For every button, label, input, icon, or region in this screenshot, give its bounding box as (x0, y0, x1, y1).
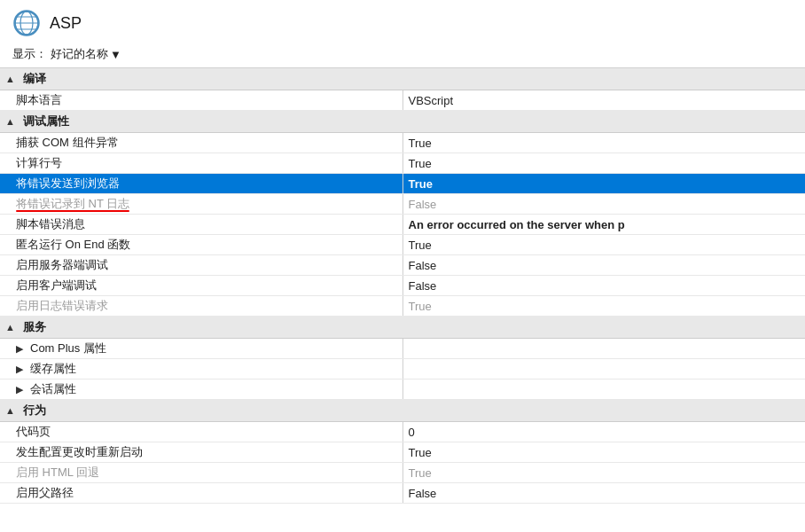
table-row[interactable]: 计算行号True (0, 153, 805, 174)
section-label-compile: 编译 (23, 72, 46, 85)
expand-icon[interactable]: ▶ (16, 364, 28, 375)
table-row[interactable]: ▶会话属性 (0, 379, 805, 400)
table-row[interactable]: 匿名运行 On End 函数True (0, 235, 805, 255)
section-toggle-debug[interactable]: ▲ (5, 116, 18, 127)
prop-value (402, 379, 805, 400)
table-row[interactable]: ▶Com Plus 属性 (0, 339, 805, 359)
section-header-behavior[interactable]: ▲ 行为 (0, 400, 805, 422)
prop-name: 启用父路径 (0, 483, 402, 504)
table-row[interactable]: 捕获 COM 组件异常True (0, 133, 805, 153)
redline-label: 将错误记录到 NT 日志 (16, 196, 129, 212)
table-row[interactable]: 启用父路径False (0, 483, 805, 504)
section-header-debug[interactable]: ▲ 调试属性 (0, 111, 805, 133)
section-label-service: 服务 (23, 320, 46, 333)
display-label: 显示： (12, 46, 47, 62)
display-dropdown-icon[interactable]: ▼ (110, 48, 121, 61)
table-row[interactable]: 启用客户端调试False (0, 276, 805, 296)
prop-value: True (402, 442, 805, 463)
section-label-debug: 调试属性 (23, 114, 69, 128)
prop-name-expandable[interactable]: ▶Com Plus 属性 (0, 339, 402, 359)
prop-name: 计算行号 (0, 153, 402, 174)
globe-icon (12, 9, 41, 37)
prop-value: False (402, 194, 805, 215)
prop-value (402, 359, 805, 379)
prop-value: 0 (402, 422, 805, 442)
prop-name: 捕获 COM 组件异常 (0, 133, 402, 153)
prop-name-expandable[interactable]: ▶缓存属性 (0, 359, 402, 379)
table-row[interactable]: 脚本错误消息An error occurred on the server wh… (0, 215, 805, 235)
table-row[interactable]: 启用 HTML 回退True (0, 463, 805, 483)
section-toggle-compile[interactable]: ▲ (5, 74, 18, 84)
table-row[interactable]: 将错误发送到浏览器True (0, 174, 805, 194)
prop-name: 启用日志错误请求 (0, 296, 402, 317)
prop-value: False (402, 483, 805, 504)
table-row[interactable]: 发生配置更改时重新启动True (0, 442, 805, 463)
prop-value: True (402, 153, 805, 174)
table-row[interactable]: 启用服务器端调试False (0, 255, 805, 276)
prop-value: True (402, 133, 805, 153)
properties-table: ▲ 编译 脚本语言VBScript ▲ 调试属性 捕获 COM 组件异常True… (0, 67, 805, 504)
section-toggle-behavior[interactable]: ▲ (5, 405, 18, 416)
prop-value: False (402, 255, 805, 276)
page-header: ASP (0, 0, 805, 43)
section-header-service[interactable]: ▲ 服务 (0, 317, 805, 339)
prop-name: 匿名运行 On End 函数 (0, 235, 402, 255)
prop-value: True (402, 174, 805, 194)
expand-icon[interactable]: ▶ (16, 343, 28, 355)
section-toggle-service[interactable]: ▲ (5, 322, 18, 332)
table-row[interactable]: 脚本语言VBScript (0, 90, 805, 111)
prop-value: True (402, 296, 805, 317)
prop-value: VBScript (402, 90, 805, 111)
prop-value: False (402, 276, 805, 296)
prop-value: True (402, 235, 805, 255)
prop-value: True (402, 463, 805, 483)
prop-name: 发生配置更改时重新启动 (0, 442, 402, 463)
table-row[interactable]: ▶缓存属性 (0, 359, 805, 379)
table-row[interactable]: 代码页0 (0, 422, 805, 442)
prop-name: 将错误记录到 NT 日志 (0, 194, 402, 215)
prop-name: 脚本语言 (0, 90, 402, 111)
prop-name: 启用 HTML 回退 (0, 463, 402, 483)
page-title: ASP (50, 14, 82, 33)
section-header-compile[interactable]: ▲ 编译 (0, 68, 805, 90)
table-row[interactable]: 将错误记录到 NT 日志False (0, 194, 805, 215)
display-value: 好记的名称 (51, 46, 108, 62)
prop-value: An error occurred on the server when p (402, 215, 805, 235)
section-label-behavior: 行为 (23, 403, 46, 417)
prop-name: 启用客户端调试 (0, 276, 402, 296)
prop-name: 启用服务器端调试 (0, 255, 402, 276)
prop-value (402, 339, 805, 359)
prop-name-expandable[interactable]: ▶会话属性 (0, 379, 402, 400)
display-row: 显示： 好记的名称 ▼ (0, 43, 805, 67)
expand-icon[interactable]: ▶ (16, 384, 28, 395)
table-row[interactable]: 启用日志错误请求True (0, 296, 805, 317)
prop-name: 将错误发送到浏览器 (0, 174, 402, 194)
prop-name: 脚本错误消息 (0, 215, 402, 235)
prop-name: 代码页 (0, 422, 402, 442)
